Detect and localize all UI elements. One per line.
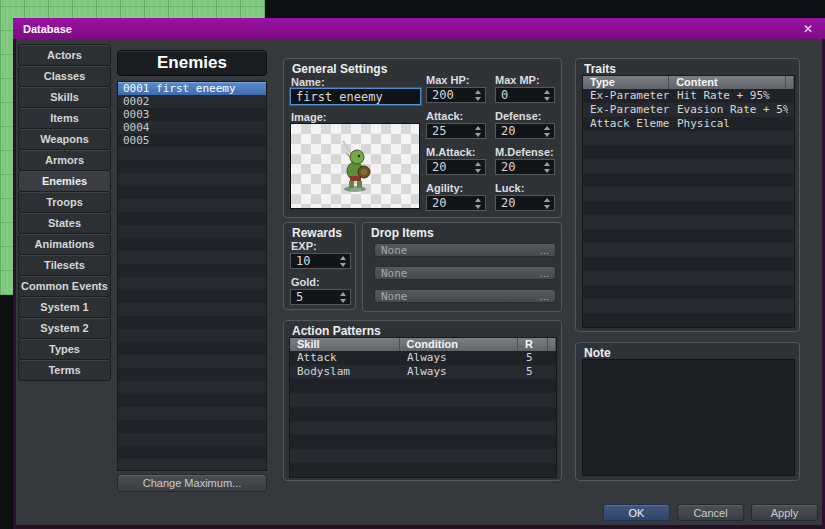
note-textarea[interactable]: [582, 359, 795, 476]
enemy-list-item[interactable]: 0001 first eneemy: [118, 82, 266, 95]
table-empty-row[interactable]: [583, 285, 794, 299]
table-empty-row[interactable]: [583, 131, 794, 145]
drop-item-slot-3[interactable]: None...: [374, 289, 556, 303]
spin-up-icon[interactable]: [544, 126, 550, 130]
enemy-list-empty-row[interactable]: [118, 329, 266, 342]
table-empty-row[interactable]: [290, 393, 556, 407]
exp-spinner[interactable]: 10: [290, 253, 351, 269]
param-spinner-attack[interactable]: 25: [426, 123, 486, 139]
enemy-list-empty-row[interactable]: [118, 264, 266, 277]
drop-item-slot-2[interactable]: None...: [374, 266, 556, 280]
table-empty-row[interactable]: [290, 379, 556, 393]
table-empty-row[interactable]: [583, 201, 794, 215]
table-empty-row[interactable]: [583, 173, 794, 187]
spin-up-icon[interactable]: [475, 126, 481, 130]
spinner-arrows-icon[interactable]: [540, 198, 554, 209]
spin-down-icon[interactable]: [475, 133, 481, 137]
enemy-list-empty-row[interactable]: [118, 173, 266, 186]
enemy-list-empty-row[interactable]: [118, 368, 266, 381]
table-empty-row[interactable]: [583, 145, 794, 159]
enemy-list-empty-row[interactable]: [118, 342, 266, 355]
enemy-list-item[interactable]: 0003: [118, 108, 266, 121]
spin-up-icon[interactable]: [475, 198, 481, 202]
action-pattern-row[interactable]: AttackAlways5: [290, 351, 556, 365]
enemy-list-empty-row[interactable]: [118, 290, 266, 303]
enemy-list-empty-row[interactable]: [118, 160, 266, 173]
enemy-list-empty-row[interactable]: [118, 303, 266, 316]
change-maximum-button[interactable]: Change Maximum...: [117, 474, 267, 492]
table-empty-row[interactable]: [583, 187, 794, 201]
enemy-list-empty-row[interactable]: [118, 199, 266, 212]
enemy-image-preview[interactable]: [290, 123, 420, 209]
enemy-list-empty-row[interactable]: [118, 251, 266, 264]
param-spinner-mdefense[interactable]: 20: [495, 159, 555, 175]
trait-row[interactable]: Ex-ParameterEvasion Rate + 5%: [583, 103, 794, 117]
spinner-arrows-icon[interactable]: [471, 162, 485, 173]
sidebar-tab-armors[interactable]: Armors: [18, 149, 111, 171]
enemy-list-item[interactable]: 0002: [118, 95, 266, 108]
spinner-arrows-icon[interactable]: [336, 292, 350, 303]
table-empty-row[interactable]: [583, 299, 794, 313]
table-empty-row[interactable]: [583, 215, 794, 229]
enemy-list-empty-row[interactable]: [118, 316, 266, 329]
action-pattern-row[interactable]: BodyslamAlways5: [290, 365, 556, 379]
sidebar-tab-weapons[interactable]: Weapons: [18, 128, 111, 150]
action-patterns-table[interactable]: SkillConditionRAttackAlways5BodyslamAlwa…: [289, 337, 557, 478]
sidebar-tab-tilesets[interactable]: Tilesets: [18, 254, 111, 276]
enemy-list[interactable]: 0001 first eneemy0002000300040005: [117, 81, 267, 471]
enemy-list-item[interactable]: 0004: [118, 121, 266, 134]
gold-spinner[interactable]: 5: [290, 289, 351, 305]
enemy-list-empty-row[interactable]: [118, 355, 266, 368]
enemy-list-empty-row[interactable]: [118, 433, 266, 446]
name-input[interactable]: [290, 88, 421, 105]
spinner-arrows-icon[interactable]: [471, 90, 485, 101]
sidebar-tab-system-1[interactable]: System 1: [18, 296, 111, 318]
sidebar-tab-items[interactable]: Items: [18, 107, 111, 129]
sidebar-tab-troops[interactable]: Troops: [18, 191, 111, 213]
drop-item-slot-1[interactable]: None...: [374, 243, 556, 257]
param-spinner-max-mp[interactable]: 0: [495, 87, 555, 103]
enemy-list-empty-row[interactable]: [118, 277, 266, 290]
traits-table[interactable]: TypeContentEx-ParameterHit Rate + 95%Ex-…: [582, 75, 795, 328]
table-empty-row[interactable]: [290, 435, 556, 449]
trait-row[interactable]: Attack ElementPhysical: [583, 117, 794, 131]
param-spinner-luck[interactable]: 20: [495, 195, 555, 211]
sidebar-tab-terms[interactable]: Terms: [18, 359, 111, 381]
spin-down-icon[interactable]: [544, 169, 550, 173]
sidebar-tab-system-2[interactable]: System 2: [18, 317, 111, 339]
spin-down-icon[interactable]: [544, 205, 550, 209]
sidebar-tab-enemies[interactable]: Enemies: [18, 170, 111, 192]
enemy-list-empty-row[interactable]: [118, 459, 266, 471]
sidebar-tab-states[interactable]: States: [18, 212, 111, 234]
enemy-list-empty-row[interactable]: [118, 186, 266, 199]
table-empty-row[interactable]: [583, 159, 794, 173]
spin-up-icon[interactable]: [544, 90, 550, 94]
spin-down-icon[interactable]: [475, 169, 481, 173]
table-empty-row[interactable]: [583, 271, 794, 285]
table-empty-row[interactable]: [290, 421, 556, 435]
param-spinner-agility[interactable]: 20: [426, 195, 486, 211]
table-empty-row[interactable]: [290, 407, 556, 421]
trait-row[interactable]: Ex-ParameterHit Rate + 95%: [583, 89, 794, 103]
spinner-arrows-icon[interactable]: [471, 126, 485, 137]
enemy-list-empty-row[interactable]: [118, 381, 266, 394]
param-spinner-defense[interactable]: 20: [495, 123, 555, 139]
spin-down-icon[interactable]: [475, 205, 481, 209]
sidebar-tab-skills[interactable]: Skills: [18, 86, 111, 108]
sidebar-tab-actors[interactable]: Actors: [18, 44, 111, 66]
table-empty-row[interactable]: [290, 449, 556, 463]
table-empty-row[interactable]: [583, 257, 794, 271]
spin-up-icon[interactable]: [544, 162, 550, 166]
enemy-list-empty-row[interactable]: [118, 394, 266, 407]
spin-down-icon[interactable]: [475, 97, 481, 101]
enemy-list-empty-row[interactable]: [118, 407, 266, 420]
table-empty-row[interactable]: [583, 243, 794, 257]
spin-up-icon[interactable]: [475, 162, 481, 166]
dialog-titlebar[interactable]: Database ✕: [13, 18, 825, 39]
enemy-list-item[interactable]: 0005: [118, 134, 266, 147]
enemy-list-empty-row[interactable]: [118, 238, 266, 251]
apply-button[interactable]: Apply: [751, 504, 818, 521]
spinner-arrows-icon[interactable]: [471, 198, 485, 209]
enemy-list-empty-row[interactable]: [118, 225, 266, 238]
sidebar-tab-common-events[interactable]: Common Events: [18, 275, 111, 297]
